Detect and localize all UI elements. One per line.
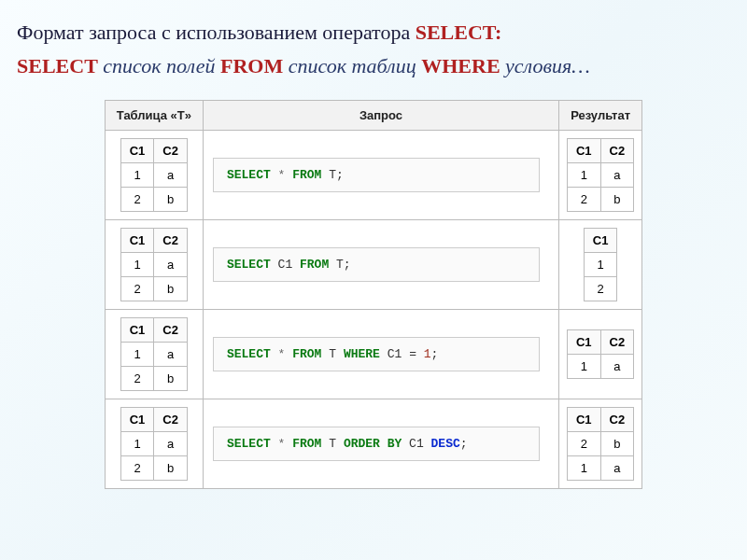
source-mini-table-cell: 1 [120,432,154,456]
result-cell: C1C22b1a [558,399,641,489]
sql-token: T [336,258,344,272]
table-row: C1C21a2bSELECT * FROM T;C1C21a2b [105,131,641,220]
syntax-fields: список полей [98,54,220,77]
col-header-table: Таблица «T» [105,101,203,131]
source-mini-table: C1C21a2b [120,228,188,301]
source-mini-table-cell: 2 [120,277,154,301]
result-mini-table: C112 [584,228,618,301]
sql-token: 1 [424,347,431,361]
result-mini-table: C1C22b1a [567,407,634,481]
sql-token: ; [336,168,344,182]
sql-token [336,437,344,451]
sql-token: SELECT [227,168,271,182]
heading-select-kw: SELECT: [416,21,502,44]
sql-query-box: SELECT * FROM T WHERE C1 = 1; [213,337,540,371]
result-cell: C1C21a [558,310,641,399]
source-mini-table-cell: a [154,343,188,367]
result-mini-table: C1C21a [567,329,634,379]
syntax-tables: список таблиц [283,54,421,77]
result-mini-table-col: C2 [600,139,634,163]
source-mini-table-cell: 2 [120,367,154,391]
sql-token: WHERE [344,347,380,361]
syntax-line: SELECT список полей FROM список таблиц W… [17,52,730,80]
result-mini-table-cell: 1 [567,355,600,379]
source-mini-table-cell: a [154,253,188,277]
source-mini-table-col: C1 [120,408,154,432]
sql-token [271,168,278,182]
heading-prefix: Формат запроса с использованием оператор… [17,21,416,44]
source-table-cell: C1C21a2b [105,399,203,489]
source-mini-table-cell: b [154,277,188,301]
source-mini-table: C1C21a2b [120,317,188,391]
sql-token: SELECT [227,258,271,272]
sql-token: FROM [292,437,321,451]
result-mini-table-col: C1 [567,408,600,432]
sql-token [292,258,300,272]
sql-token: C1 [278,258,293,272]
col-header-result: Результат [558,101,641,131]
source-mini-table-cell: 1 [120,343,154,367]
sql-token [329,258,336,272]
sql-token [336,347,344,361]
sql-token [271,258,278,272]
result-mini-table-cell: a [600,163,634,188]
source-table-cell: C1C21a2b [105,220,203,310]
sql-query-box: SELECT * FROM T; [213,158,540,192]
source-mini-table-cell: 1 [120,253,154,277]
syntax-where-kw: WHERE [421,54,500,77]
source-mini-table-cell: b [154,367,188,391]
sql-token [402,347,409,361]
sql-token: C1 [409,437,424,451]
sql-token [416,347,424,361]
syntax-select-kw: SELECT [17,54,98,77]
source-mini-table-cell: 2 [120,456,154,481]
sql-token [380,347,388,361]
source-mini-table-col: C2 [154,139,188,163]
syntax-conds: условия… [500,54,590,77]
result-mini-table-cell: 1 [567,163,600,188]
examples-table: Таблица «T» Запрос Результат C1C21a2bSEL… [105,100,642,489]
source-mini-table-col: C1 [120,318,154,343]
table-row: C1C21a2bSELECT * FROM T WHERE C1 = 1;C1C… [105,310,641,399]
result-mini-table-col: C2 [600,330,634,355]
source-mini-table-cell: b [154,188,188,212]
result-mini-table-cell: 2 [567,432,600,456]
sql-token: FROM [300,258,329,272]
source-mini-table-cell: 1 [120,163,154,188]
source-mini-table-cell: a [154,163,188,188]
sql-token: SELECT [227,347,271,361]
sql-token: T [329,437,336,451]
result-mini-table-cell: 2 [584,277,617,301]
result-cell: C112 [558,220,641,310]
sql-token: T [329,168,336,182]
sql-token [271,437,278,451]
source-mini-table-col: C2 [154,318,188,343]
sql-token [271,347,278,361]
sql-token: ; [431,347,439,361]
sql-token: = [409,347,416,361]
source-mini-table-cell: a [154,432,188,456]
col-header-query: Запрос [203,101,558,131]
sql-token [424,437,431,451]
source-mini-table-cell: 2 [120,188,154,212]
source-mini-table-cell: b [154,456,188,481]
sql-token: ; [460,437,468,451]
sql-token: T [329,347,336,361]
query-cell: SELECT C1 FROM T; [203,220,558,310]
result-cell: C1C21a2b [558,131,641,220]
table-row: C1C21a2bSELECT C1 FROM T;C112 [105,220,641,310]
heading-line: Формат запроса с использованием оператор… [17,19,730,47]
result-mini-table-cell: b [600,432,634,456]
table-row: C1C21a2bSELECT * FROM T ORDER BY C1 DESC… [105,399,641,489]
source-mini-table-col: C2 [154,229,188,253]
source-table-cell: C1C21a2b [105,310,203,399]
result-mini-table-col: C1 [584,229,617,253]
result-mini-table-cell: a [600,355,634,379]
sql-token: DESC [431,437,460,451]
source-mini-table-col: C1 [120,229,154,253]
result-mini-table-cell: 1 [584,253,617,277]
result-mini-table-cell: b [600,188,634,212]
sql-token [402,437,409,451]
sql-token: C1 [388,347,402,361]
source-mini-table-col: C1 [120,139,154,163]
